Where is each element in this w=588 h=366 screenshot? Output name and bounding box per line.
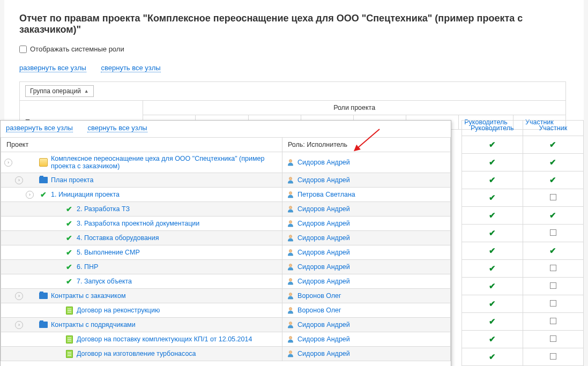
executor-link[interactable]: Сидоров Андрей bbox=[297, 249, 350, 256]
tree-node-link[interactable]: 7. Запуск объекта bbox=[77, 278, 132, 285]
svg-point-13 bbox=[289, 351, 292, 354]
unchecked-box-icon bbox=[550, 353, 556, 360]
check-icon: ✔ bbox=[489, 158, 496, 167]
executor-link[interactable]: Сидоров Андрей bbox=[297, 278, 350, 285]
user-icon bbox=[287, 249, 294, 256]
svg-point-9 bbox=[289, 293, 292, 296]
task-check-icon: ✔ bbox=[39, 190, 48, 199]
user-icon bbox=[287, 278, 294, 285]
executor-link[interactable]: Сидоров Андрей bbox=[297, 176, 350, 184]
executor-link[interactable]: Сидоров Андрей bbox=[297, 205, 350, 213]
task-check-icon: ✔ bbox=[65, 248, 73, 257]
svg-point-12 bbox=[289, 337, 292, 339]
tree-node-link[interactable]: 3. Разработка проектной документации bbox=[77, 220, 199, 227]
unchecked-box-icon bbox=[550, 194, 556, 200]
executor-link[interactable]: Сидоров Андрей bbox=[297, 335, 350, 343]
user-icon bbox=[287, 292, 294, 300]
svg-point-10 bbox=[289, 308, 292, 310]
popup-collapse-all-link[interactable]: свернуть все узлы bbox=[87, 124, 147, 132]
unchecked-box-icon bbox=[550, 282, 556, 289]
user-icon bbox=[287, 205, 294, 213]
check-icon: ✔ bbox=[489, 211, 496, 220]
executor-link[interactable]: Сидоров Андрей bbox=[297, 234, 350, 242]
expand-toggle[interactable]: › bbox=[15, 176, 23, 184]
roles-header: Роли проекта bbox=[143, 101, 566, 115]
folder-icon bbox=[39, 320, 48, 329]
group-operations-dropdown[interactable]: Группа операций▲ bbox=[25, 85, 94, 97]
check-icon: ✔ bbox=[549, 158, 556, 167]
check-icon: ✔ bbox=[489, 352, 496, 361]
check-icon: ✔ bbox=[549, 211, 556, 220]
document-icon bbox=[65, 349, 73, 358]
tree-node-link[interactable]: План проекта bbox=[51, 176, 93, 184]
user-icon bbox=[287, 263, 294, 271]
tree-node-link[interactable]: Контракты с подрядчиками bbox=[51, 321, 136, 328]
unchecked-box-icon bbox=[550, 265, 556, 271]
tree-node-link[interactable]: Договор на изготовление турбонасоса bbox=[77, 350, 196, 357]
tree-node-link[interactable]: 5. Выполнение СМР bbox=[77, 249, 140, 256]
check-icon: ✔ bbox=[489, 193, 496, 202]
user-icon bbox=[287, 191, 294, 198]
user-icon bbox=[287, 176, 294, 184]
tree-node-link[interactable]: Контракты с заказчиком bbox=[51, 292, 125, 300]
executor-link[interactable]: Сидоров Андрей bbox=[297, 321, 350, 328]
svg-point-0 bbox=[289, 160, 292, 162]
user-icon bbox=[287, 220, 294, 227]
unchecked-box-icon bbox=[550, 318, 556, 324]
expand-toggle[interactable]: › bbox=[15, 321, 23, 329]
check-icon: ✔ bbox=[489, 299, 496, 308]
executor-link[interactable]: Сидоров Андрей bbox=[297, 159, 350, 166]
user-icon bbox=[287, 350, 294, 357]
check-icon: ✔ bbox=[489, 246, 496, 255]
popup-expand-all-link[interactable]: развернуть все узлы bbox=[6, 124, 73, 132]
expand-toggle[interactable]: › bbox=[15, 292, 23, 300]
svg-point-6 bbox=[289, 250, 292, 252]
triangle-up-icon: ▲ bbox=[84, 88, 89, 94]
tree-node-link[interactable]: 1. Инициация проекта bbox=[51, 191, 120, 198]
user-icon bbox=[287, 321, 294, 328]
expand-toggle[interactable]: › bbox=[26, 191, 34, 199]
document-icon bbox=[65, 335, 73, 343]
collapse-all-link[interactable]: свернуть все узлы bbox=[101, 64, 160, 72]
executor-link[interactable]: Сидоров Андрей bbox=[297, 350, 350, 357]
check-icon: ✔ bbox=[489, 317, 496, 326]
check-icon: ✔ bbox=[549, 175, 556, 184]
user-icon bbox=[287, 307, 294, 314]
check-icon: ✔ bbox=[489, 264, 496, 273]
check-icon: ✔ bbox=[549, 140, 556, 149]
tree-node-link[interactable]: Комплексное переоснащение цеха для ООО "… bbox=[51, 155, 278, 170]
tree-node-link[interactable]: 6. ПНР bbox=[77, 263, 98, 271]
tree-node-link[interactable]: Договор на реконструкцию bbox=[77, 307, 160, 314]
tree-node-link[interactable]: 4. Поставка оборудования bbox=[77, 234, 159, 242]
svg-point-5 bbox=[289, 235, 292, 238]
svg-point-7 bbox=[289, 264, 292, 267]
role-header-participant[interactable]: Участник bbox=[523, 121, 584, 136]
user-icon bbox=[287, 159, 294, 166]
executor-link[interactable]: Воронов Олег bbox=[297, 307, 341, 314]
col-role-executor: Роль: Исполнитель bbox=[282, 138, 451, 152]
col-project: Проект bbox=[1, 138, 282, 152]
visible-right-columns: Руководитель Участник ✔✔✔✔✔✔✔✔✔✔✔✔✔✔✔✔✔✔… bbox=[462, 120, 584, 366]
svg-point-2 bbox=[289, 192, 292, 195]
check-icon: ✔ bbox=[489, 175, 496, 184]
check-icon: ✔ bbox=[489, 228, 496, 237]
executor-link[interactable]: Сидоров Андрей bbox=[297, 263, 350, 271]
expand-all-link[interactable]: развернуть все узлы bbox=[19, 64, 86, 72]
check-icon: ✔ bbox=[549, 246, 556, 255]
check-icon: ✔ bbox=[489, 334, 496, 343]
svg-point-11 bbox=[289, 322, 292, 325]
role-header-leader[interactable]: Руководитель bbox=[462, 121, 523, 136]
project-tree-table: Проект Роль: Исполнитель ›Комплексное пе… bbox=[1, 137, 451, 361]
check-icon: ✔ bbox=[489, 281, 496, 290]
executor-link[interactable]: Воронов Олег bbox=[297, 292, 341, 300]
show-system-roles-checkbox[interactable] bbox=[19, 46, 27, 53]
executor-popup: развернуть все узлы свернуть все узлы Пр… bbox=[0, 120, 451, 366]
executor-link[interactable]: Сидоров Андрей bbox=[297, 220, 350, 227]
expand-toggle[interactable]: › bbox=[4, 159, 12, 167]
project-icon bbox=[39, 158, 48, 167]
executor-link[interactable]: Петрова Светлана bbox=[297, 191, 355, 198]
folder-icon bbox=[39, 292, 48, 300]
tree-node-link[interactable]: 2. Разработка ТЗ bbox=[77, 205, 130, 213]
document-icon bbox=[65, 306, 73, 315]
tree-node-link[interactable]: Договор на поставку комплектующих КП/1 о… bbox=[77, 335, 252, 343]
